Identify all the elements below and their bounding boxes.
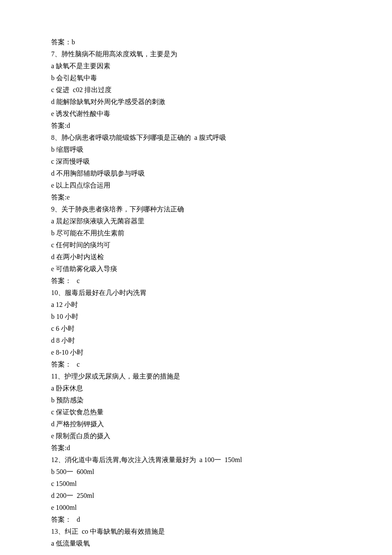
text-line: 答案： c	[51, 275, 341, 287]
text-line: 答案:d	[51, 442, 341, 454]
text-line: 8、肺心病患者呼吸功能锻炼下列哪项是正确的 a 腹式呼吸	[51, 132, 341, 144]
text-line: c 1500ml	[51, 478, 341, 490]
text-line: b 尽可能在不用抗生素前	[51, 227, 341, 239]
text-line: e 诱发代谢性酸中毒	[51, 108, 341, 120]
text-line: b 缩唇呼吸	[51, 144, 341, 156]
text-line: b 预防感染	[51, 394, 341, 406]
text-line: d 200一 250ml	[51, 490, 341, 502]
text-line: a 缺氧不是主要因素	[51, 60, 341, 72]
text-line: 答案： d	[51, 514, 341, 526]
text-line: d 不用胸部辅助呼吸肌参与呼吸	[51, 168, 341, 179]
text-line: a 低流量吸氧	[51, 538, 341, 549]
document-page: 答案：b7、肺性脑病不能用高浓度戏氧，主要是为a 缺氧不是主要因素b 会引起氧中…	[0, 0, 392, 555]
text-line: c 保证饮食总热量	[51, 406, 341, 418]
text-line: b 500一 600ml	[51, 466, 341, 478]
text-line: d 8 小时	[51, 335, 341, 347]
text-line: 答案:e	[51, 191, 341, 203]
text-line: a 12 小时	[51, 299, 341, 311]
text-line: c 6 小时	[51, 323, 341, 335]
text-line: e 1000ml	[51, 502, 341, 514]
text-line: d 在两小时内送检	[51, 251, 341, 263]
text-line: a 卧床休息	[51, 382, 341, 394]
document-content: 答案：b7、肺性脑病不能用高浓度戏氧，主要是为a 缺氧不是主要因素b 会引起氧中…	[51, 36, 341, 549]
text-line: 答案:d	[51, 120, 341, 132]
text-line: c 任何时间的痰均可	[51, 239, 341, 251]
text-line: e 限制蛋白质的摄入	[51, 430, 341, 442]
text-line: 答案： c	[51, 358, 341, 370]
text-line: b 会引起氧中毒	[51, 72, 341, 84]
text-line: e 8-10 小时	[51, 347, 341, 358]
text-line: e 可借助雾化吸入导痰	[51, 263, 341, 275]
text-line: b 10 小时	[51, 311, 341, 323]
text-line: d 严格控制钾摄入	[51, 418, 341, 430]
text-line: a 晨起深部痰液咳入无菌容器里	[51, 215, 341, 227]
text-line: c 深而慢呼吸	[51, 156, 341, 168]
text-line: 答案：b	[51, 36, 341, 48]
text-line: 7、肺性脑病不能用高浓度戏氧，主要是为	[51, 48, 341, 60]
text-line: c 促进 c02 排出过度	[51, 84, 341, 96]
text-line: 9、关于肺炎患者痰培养，下列哪种方法正确	[51, 203, 341, 215]
text-line: d 能解除缺氧对外周化学感受器的刺激	[51, 96, 341, 108]
text-line: e 以上四点综合运用	[51, 179, 341, 191]
text-line: 10、服毒后最好在几小时内洗胃	[51, 287, 341, 299]
text-line: 13、纠正 co 中毒缺氧的最有效措施是	[51, 526, 341, 538]
text-line: 11、护理少尿或无尿病人，最主要的措施是	[51, 370, 341, 382]
text-line: 12、消化道中毒后洗胃,每次注入洗胃液量最好为 a 100一 150ml	[51, 454, 341, 466]
